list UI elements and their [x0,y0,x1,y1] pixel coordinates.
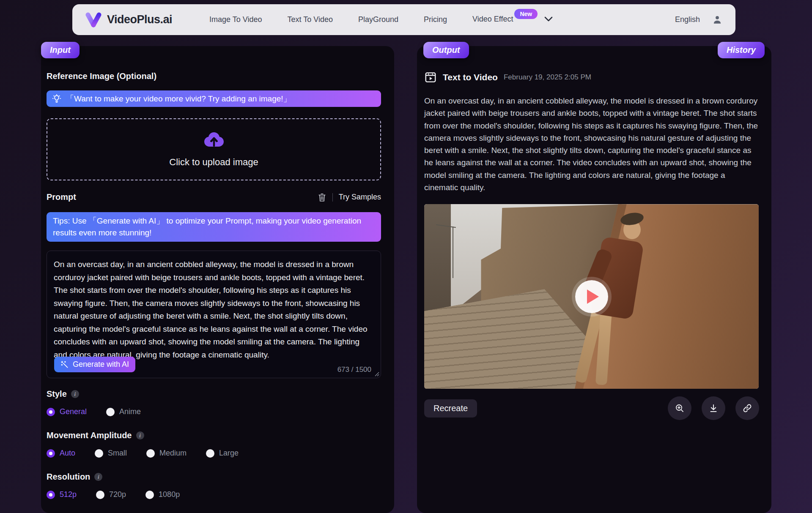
brand-name: VideoPlus.ai [107,13,172,26]
movement-option-large[interactable]: Large [206,449,239,458]
output-description: On an overcast day, in an ancient cobble… [424,95,759,194]
prompt-text: On an overcast day, in an ancient cobble… [54,258,374,361]
text-to-video-icon [424,71,437,84]
radio-selected-icon [47,449,55,458]
lightbulb-icon [52,94,61,104]
radio-icon [106,408,115,416]
brand-logo[interactable]: VideoPlus.ai [85,12,172,27]
recreate-button[interactable]: Recreate [424,399,477,417]
resolution-section: Resolution i 512p 720p 1080p [47,472,381,499]
resolution-option-720p[interactable]: 720p [96,490,126,499]
prompt-textarea[interactable]: On an overcast day, in an ancient cobble… [47,251,381,378]
nav-item-text-to-video[interactable]: Text To Video [288,15,333,24]
movement-amplitude-label: Movement Amplitude [47,431,132,440]
new-badge: New [514,9,538,19]
copy-link-button[interactable] [735,396,759,420]
reference-tip-banner: 「Want to make your video more vivid? Try… [47,90,381,107]
nav-item-playground[interactable]: PlayGround [358,15,398,24]
radio-icon [96,491,104,499]
play-icon [587,289,599,304]
movement-option-auto[interactable]: Auto [47,449,75,458]
output-timestamp: February 19, 2025 2:05 PM [504,73,591,82]
reference-tip-text: 「Want to make your video more vivid? Try… [66,93,291,104]
resolution-info-icon[interactable]: i [94,473,102,481]
generate-with-ai-label: Generate with AI [73,360,129,369]
style-section: Style i General Anime [47,389,381,416]
radio-icon [145,491,154,499]
upload-image-dropzone[interactable]: Click to upload image [47,118,381,180]
nav-item-video-effect[interactable]: Video Effect New [472,15,553,25]
nav-item-pricing[interactable]: Pricing [424,15,447,24]
divider [332,193,333,202]
language-selector[interactable]: English [675,15,700,24]
movement-option-medium[interactable]: Medium [146,449,187,458]
upload-cloud-icon [202,131,226,150]
output-title: Text to Video [443,72,498,82]
radio-selected-icon [47,408,55,416]
resolution-option-512p[interactable]: 512p [47,490,77,499]
upload-label: Click to upload image [169,157,258,168]
link-icon [742,403,752,413]
tips-text: Tips: Use 「Generate with AI」 to optimize… [53,215,375,239]
video-scene-pole [453,226,453,278]
radio-icon [146,449,155,458]
resolution-label: Resolution [47,472,90,482]
clear-prompt-trash-icon[interactable] [318,193,326,202]
movement-option-small[interactable]: Small [95,449,127,458]
reference-image-heading: Reference Image (Optional) [47,71,381,81]
nav-menu: Image To Video Text To Video PlayGround … [209,15,553,25]
user-account-icon[interactable] [712,14,723,25]
download-button[interactable] [702,396,725,420]
nav-item-image-to-video[interactable]: Image To Video [209,15,262,24]
generated-video-player[interactable] [424,204,759,389]
input-panel-badge: Input [41,42,80,58]
resolution-option-1080p[interactable]: 1080p [145,490,180,499]
videoplus-logo-icon [85,12,102,27]
radio-icon [95,449,103,458]
download-icon [708,403,719,413]
output-panel: Text to Video February 19, 2025 2:05 PM … [417,46,771,513]
style-option-general[interactable]: General [47,407,87,416]
input-panel: Reference Image (Optional) 「Want to make… [41,46,394,513]
play-button[interactable] [575,280,608,313]
movement-amplitude-section: Movement Amplitude i Auto Small Medium L… [47,431,381,458]
prompt-heading: Prompt [47,192,76,202]
generate-with-ai-button[interactable]: Generate with AI [54,357,135,372]
zoom-in-button[interactable] [668,396,691,420]
movement-info-icon[interactable]: i [136,431,144,439]
nav-right-group: English [675,14,723,25]
style-label: Style [47,389,67,399]
char-count: 673 / 1500 [337,366,371,374]
prompt-tips-banner: Tips: Use 「Generate with AI」 to optimize… [47,212,381,242]
radio-icon [206,449,214,458]
try-samples-button[interactable]: Try Samples [339,193,381,202]
chevron-down-icon[interactable] [544,16,553,22]
style-info-icon[interactable]: i [71,390,79,398]
magic-wand-icon [60,360,69,369]
zoom-in-icon [675,403,685,413]
history-button[interactable]: History [718,42,765,58]
top-navbar: VideoPlus.ai Image To Video Text To Vide… [72,4,735,35]
style-option-anime[interactable]: Anime [106,407,141,416]
output-panel-badge: Output [423,42,469,58]
radio-selected-icon [47,491,55,499]
resize-handle[interactable] [374,371,379,377]
